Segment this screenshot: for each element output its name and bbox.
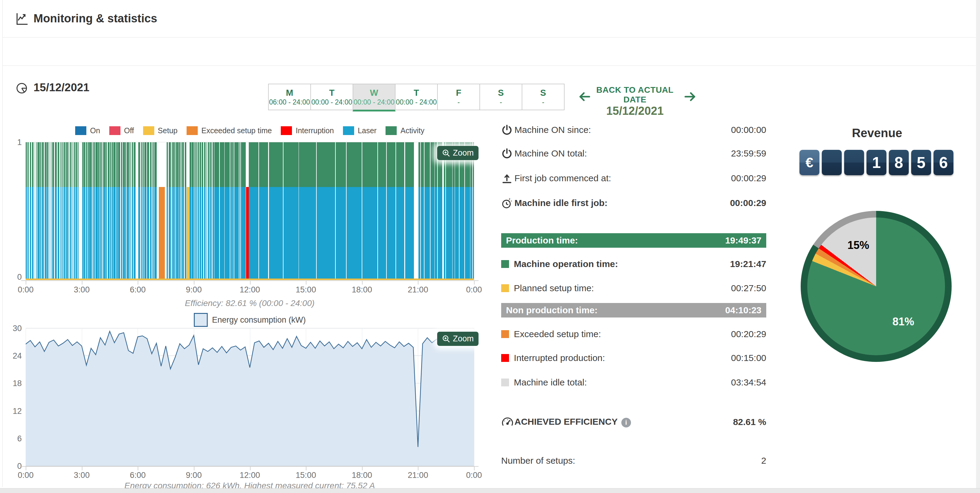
stat-value: 00:27:50 — [731, 283, 766, 293]
stat-label: Machine operation time: — [514, 259, 730, 269]
week-day-letter: M — [286, 87, 293, 98]
x-tick-label: 15:00 — [296, 285, 316, 295]
legend-swatch — [385, 126, 397, 135]
x-tick-label: 21:00 — [408, 471, 428, 480]
next-day-arrow-icon[interactable] — [683, 89, 697, 105]
week-day-t-3[interactable]: T00:00 - 24:00 — [395, 84, 438, 110]
gauge-icon — [501, 416, 514, 428]
x-tick — [418, 467, 418, 470]
x-tick-label: 6:00 — [130, 285, 146, 295]
x-tick-label: 15:00 — [296, 471, 316, 480]
energy-zoom-button[interactable]: Zoom — [437, 332, 479, 346]
stat-value: 00:00:00 — [731, 125, 766, 135]
legend-item-on: On — [75, 126, 100, 135]
page-title: Monitoring & statistics — [33, 12, 157, 25]
stat-value: 00:20:29 — [731, 329, 766, 339]
energy-ytick-label: 0 — [4, 461, 22, 471]
legend-swatch — [343, 126, 354, 135]
x-tick — [474, 467, 475, 470]
power-icon — [501, 148, 514, 159]
energy-chart[interactable] — [25, 328, 474, 467]
back-to-actual-date-label[interactable]: BACK TO ACTUAL DATE — [591, 85, 679, 105]
counter-digit-tile-5: 5 — [911, 150, 931, 175]
energy-ytick-label: 12 — [4, 407, 22, 416]
stat-label: Exceeded setup time: — [514, 329, 731, 339]
stat-label: Machine ON since: — [514, 125, 731, 135]
legend-item-activity: Activity — [385, 126, 424, 135]
previous-day-arrow-icon[interactable] — [577, 89, 592, 105]
revenue-title: Revenue — [852, 126, 902, 140]
counter-digit-tile-4: 8 — [889, 150, 909, 175]
stat-row-6: Planned setup time:00:27:50 — [501, 281, 766, 296]
x-tick — [138, 467, 138, 470]
idle-clock-icon: zz — [501, 197, 514, 209]
energy-legend: Energy consumption (kW) — [25, 313, 474, 327]
counter-digit-tile-6: 6 — [934, 150, 953, 175]
x-tick — [25, 467, 26, 470]
week-day-s-6[interactable]: S- — [522, 84, 565, 110]
legend-label: On — [90, 126, 100, 135]
week-day-hours: - — [500, 98, 502, 107]
stat-row-8: Exceeded setup time:00:20:29 — [501, 327, 766, 341]
legend-item-exceeded-setup-time: Exceeded setup time — [186, 126, 272, 135]
week-day-w-2[interactable]: W00:00 - 24:00 — [353, 84, 396, 112]
stat-label: Machine idle total: — [514, 377, 731, 388]
stat-swatch — [501, 284, 509, 292]
stat-value: 00:15:00 — [731, 353, 766, 363]
x-tick-label: 18:00 — [352, 471, 372, 480]
legend-label: Exceeded setup time — [201, 126, 272, 135]
stat-value: 19:21:47 — [730, 259, 766, 269]
week-day-letter: T — [414, 87, 419, 98]
x-tick-label: 6:00 — [130, 471, 146, 480]
week-day-selector: M06:00 - 24:00T00:00 - 24:00W00:00 - 24:… — [268, 84, 565, 112]
stat-value: 82.61 % — [733, 417, 766, 427]
timeline-chart[interactable] — [25, 142, 474, 280]
stat-row-9: Interrupted production:00:15:00 — [501, 350, 766, 365]
stat-label: Number of setups: — [501, 456, 761, 466]
stat-label: Machine ON total: — [514, 148, 731, 159]
info-icon[interactable]: i — [621, 418, 631, 428]
x-tick — [474, 281, 475, 284]
x-tick-label: 9:00 — [186, 285, 202, 295]
counter-digit-tile-2 — [844, 150, 864, 175]
x-tick — [25, 281, 26, 284]
x-tick-label: 21:00 — [408, 285, 428, 295]
stat-value: 23:59:59 — [731, 148, 766, 159]
x-tick — [82, 281, 83, 284]
stat-swatch — [501, 330, 509, 338]
x-tick — [194, 281, 194, 284]
stat-header-label: Non production time: — [506, 305, 725, 315]
date-row: 15/12/2021 — [3, 37, 976, 66]
week-day-hours: 00:00 - 24:00 — [353, 98, 395, 107]
svg-text:z: z — [511, 199, 512, 203]
week-day-f-4[interactable]: F- — [437, 84, 480, 110]
svg-text:z: z — [509, 197, 511, 201]
week-day-m-0[interactable]: M06:00 - 24:00 — [268, 84, 311, 110]
x-tick — [250, 467, 251, 470]
pie-clock-icon — [15, 82, 28, 96]
back-to-actual-date[interactable]: BACK TO ACTUAL DATE 15/12/2021 — [591, 85, 679, 118]
x-tick — [306, 281, 306, 284]
week-day-s-5[interactable]: S- — [479, 84, 522, 110]
week-day-hours: 06:00 - 24:00 — [269, 98, 310, 107]
x-tick — [82, 467, 83, 470]
stat-row-5: Machine operation time:19:21:47 — [501, 257, 766, 271]
timeline-ytick-1: 1 — [4, 138, 22, 147]
pie-chart[interactable] — [807, 217, 945, 355]
legend-label: Setup — [158, 126, 178, 135]
timeline-zoom-button[interactable]: Zoom — [437, 146, 479, 160]
stat-value: 03:34:54 — [731, 377, 766, 388]
stat-row-0: Machine ON since:00:00:00 — [501, 122, 766, 137]
stat-value: 2 — [761, 456, 766, 466]
x-tick-label: 18:00 — [352, 285, 372, 295]
page-header: Monitoring & statistics — [3, 0, 976, 37]
selected-date: 15/12/2021 — [33, 81, 89, 94]
x-tick — [250, 281, 251, 284]
stat-swatch — [501, 260, 509, 268]
x-tick-label: 0:00 — [18, 471, 34, 480]
revenue-counter: €1856 — [799, 150, 956, 175]
legend-item-interruption: Interruption — [281, 126, 334, 135]
week-day-t-1[interactable]: T00:00 - 24:00 — [310, 84, 353, 110]
week-day-letter: S — [540, 87, 546, 98]
week-day-letter: T — [329, 87, 334, 98]
